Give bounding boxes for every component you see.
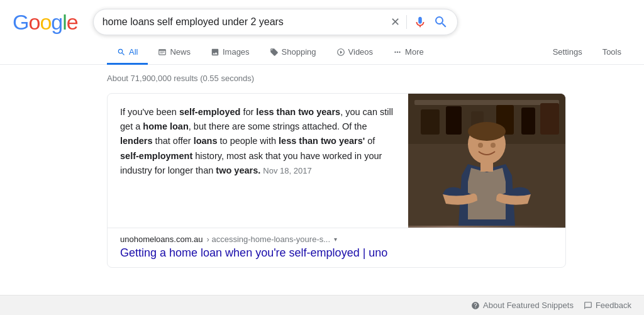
featured-snippet: If you've been self-employed for less th… xyxy=(107,93,566,268)
dropdown-arrow-icon[interactable]: ▾ xyxy=(334,236,337,243)
tab-shopping[interactable]: Shopping xyxy=(260,41,326,65)
nav-tabs: All News Images Shopping Videos More xyxy=(0,35,644,65)
mic-icon[interactable] xyxy=(413,15,427,29)
newspaper-icon xyxy=(158,48,167,57)
snippet-image xyxy=(408,94,565,228)
nav-right: Settings Tools xyxy=(543,40,644,64)
svg-rect-7 xyxy=(521,108,535,135)
search-bar: ✕ xyxy=(93,9,458,35)
divider xyxy=(406,15,407,29)
person-svg xyxy=(408,94,565,226)
tab-all-label: All xyxy=(129,47,138,57)
svg-rect-8 xyxy=(540,103,559,135)
snippet-content: If you've been self-employed for less th… xyxy=(108,94,565,228)
header: Google ✕ xyxy=(0,0,644,35)
results-count: About 71,900,000 results (0.55 seconds) xyxy=(107,74,644,83)
snippet-image-bg xyxy=(408,94,565,228)
tab-tools[interactable]: Tools xyxy=(592,41,631,65)
tab-videos-label: Videos xyxy=(348,47,374,57)
tools-label: Tools xyxy=(602,47,621,57)
svg-rect-13 xyxy=(480,162,493,172)
snippet-date: Nov 18, 2017 xyxy=(263,166,311,175)
tab-images[interactable]: Images xyxy=(201,41,260,65)
more-dots-icon xyxy=(393,48,402,57)
image-icon xyxy=(211,48,219,57)
tab-videos[interactable]: Videos xyxy=(326,41,384,65)
tab-news-label: News xyxy=(170,47,191,57)
search-input[interactable] xyxy=(103,16,386,28)
svg-point-12 xyxy=(491,143,496,148)
snippet-text: If you've been self-employed for less th… xyxy=(108,94,408,228)
tab-news[interactable]: News xyxy=(148,41,201,65)
tab-shopping-label: Shopping xyxy=(282,47,316,57)
tag-icon xyxy=(270,48,279,57)
tab-settings[interactable]: Settings xyxy=(543,41,592,65)
snippet-domain: unohomeloans.com.au xyxy=(120,235,203,244)
snippet-path: › accessing-home-loans-youre-s... xyxy=(207,235,331,244)
tab-images-label: Images xyxy=(223,47,250,57)
snippet-footer: unohomeloans.com.au › accessing-home-loa… xyxy=(108,228,565,267)
results-area: About 71,900,000 results (0.55 seconds) … xyxy=(0,65,644,268)
tab-all[interactable]: All xyxy=(107,41,148,65)
search-icons: ✕ xyxy=(391,14,448,30)
google-logo: Google xyxy=(13,10,78,35)
svg-rect-2 xyxy=(414,100,559,105)
tab-more[interactable]: More xyxy=(383,41,434,65)
snippet-url: unohomeloans.com.au › accessing-home-loa… xyxy=(120,235,553,244)
settings-label: Settings xyxy=(553,47,582,57)
svg-point-10 xyxy=(468,122,506,141)
clear-icon[interactable]: ✕ xyxy=(391,15,400,29)
search-submit-icon[interactable] xyxy=(433,14,448,30)
snippet-paragraph: If you've been self-employed for less th… xyxy=(120,105,396,178)
svg-point-11 xyxy=(478,143,483,148)
svg-rect-4 xyxy=(446,106,462,135)
svg-rect-3 xyxy=(421,109,440,135)
play-icon xyxy=(336,48,345,57)
tab-more-label: More xyxy=(405,47,424,57)
search-icon xyxy=(117,48,126,57)
snippet-title[interactable]: Getting a home loan when you're self-emp… xyxy=(120,246,387,259)
